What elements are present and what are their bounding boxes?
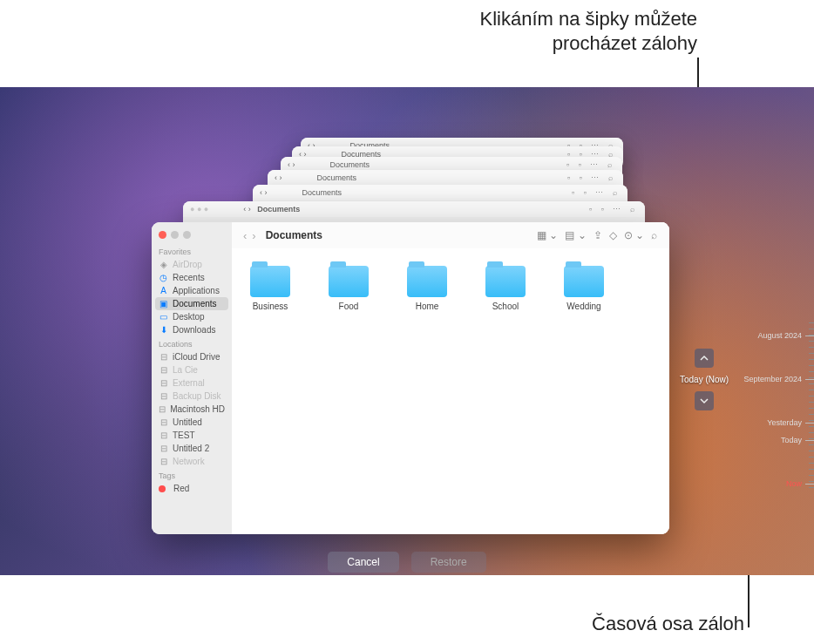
sidebar-item-label: Desktop [173, 312, 205, 322]
tick-mark [805, 440, 814, 441]
timeline-subtick [809, 341, 814, 342]
folder-wedding[interactable]: Wedding [558, 266, 610, 311]
folder-icon [407, 266, 447, 297]
sidebar-item-untitled-2[interactable]: ⊟Untitled 2 [152, 442, 232, 455]
timeline-tick-label: Today [781, 436, 802, 444]
folder-label: Wedding [566, 302, 600, 311]
close-button[interactable] [159, 231, 166, 239]
zoom-button [183, 231, 191, 239]
chevron-down-icon [700, 397, 709, 405]
sidebar-item-desktop[interactable]: ▭Desktop [152, 310, 232, 323]
sidebar-item-icloud-drive[interactable]: ⊟iCloud Drive [152, 350, 232, 363]
drive-icon: ⊟ [159, 430, 168, 440]
tag-dot-icon [159, 485, 166, 492]
time-machine-scene: ‹ ›Documents▫ ▫ ⋯ ⌕ ‹ ›Documents▫ ▫ ⋯ ⌕ … [0, 87, 814, 575]
folder-label: Food [339, 302, 359, 311]
timeline-subtick [809, 396, 814, 397]
search-button[interactable]: ⌕ [648, 229, 661, 241]
timeline-tick[interactable]: Yesterday [767, 418, 814, 427]
group-button[interactable]: ▤ ⌄ [561, 229, 589, 241]
folder-label: Business [253, 302, 288, 311]
timeline-subtick [809, 438, 814, 439]
timeline-subtick [809, 426, 814, 427]
sidebar-item-label: Recents [173, 273, 205, 282]
timeline-subtick [809, 457, 814, 458]
sidebar-item-macintosh-hd[interactable]: ⊟Macintosh HD [152, 403, 232, 416]
timeline-subtick [809, 377, 814, 378]
sidebar-item-test[interactable]: ⊟TEST [152, 429, 232, 442]
sidebar-item-label: Macintosh HD [170, 404, 225, 414]
sidebar-item-label: Red [173, 484, 189, 493]
sidebar-item-label: Applications [173, 286, 220, 295]
timeline-subtick [809, 420, 814, 421]
drive-icon: ⊟ [159, 391, 168, 401]
sidebar-item-network[interactable]: ⊟Network [152, 455, 232, 468]
folder-icon [564, 266, 604, 297]
folder-label: School [492, 302, 519, 311]
sidebar-item-backup-disk[interactable]: ⊟Backup Disk [152, 390, 232, 403]
window-controls[interactable] [152, 227, 232, 244]
nav-up-arrow[interactable] [695, 349, 714, 368]
drive-icon: ⊟ [159, 457, 168, 466]
timeline-nav: Today (Now) [680, 349, 729, 410]
sidebar-item-label: External [173, 378, 205, 388]
cancel-button[interactable]: Cancel [328, 552, 398, 573]
sidebar-item-applications[interactable]: AApplications [152, 284, 232, 297]
drive-icon: ⊟ [159, 378, 168, 388]
sidebar-item-label: Untitled 2 [173, 444, 209, 453]
sidebar-tag-red[interactable]: Red [152, 482, 232, 495]
sidebar-item-label: Documents [173, 299, 217, 308]
sidebar-icon: ⬇ [159, 325, 168, 335]
timeline-tick-label: Now [786, 479, 802, 488]
restore-button[interactable]: Restore [411, 552, 486, 573]
timeline-tick[interactable]: September 2024 [743, 375, 814, 383]
timeline-subtick [809, 432, 814, 433]
folder-home[interactable]: Home [401, 266, 453, 311]
timeline-subtick [809, 383, 814, 384]
sidebar-item-la-cie[interactable]: ⊟La Cie [152, 363, 232, 376]
sidebar-item-label: Downloads [173, 325, 215, 335]
timeline-subtick [809, 463, 814, 464]
timeline-subtick [809, 408, 814, 409]
timeline-subtick [809, 365, 814, 366]
timeline-ruler[interactable]: August 2024September 2024YesterdayTodayN… [753, 322, 814, 575]
callout-top-line2: procházet zálohy [480, 31, 697, 56]
sidebar-item-label: iCloud Drive [173, 352, 220, 362]
folder-business[interactable]: Business [244, 266, 296, 311]
sidebar-item-recents[interactable]: ◷Recents [152, 271, 232, 284]
folder-food[interactable]: Food [322, 266, 375, 311]
sidebar-header-locations: Locations [152, 336, 232, 350]
callout-top: Klikáním na šipky můžete procházet záloh… [480, 7, 697, 55]
timeline-subtick [809, 402, 814, 403]
drive-icon: ⊟ [159, 352, 168, 362]
timeline-tick[interactable]: Today [781, 436, 814, 444]
file-grid[interactable]: BusinessFoodHomeSchoolWedding [232, 248, 669, 534]
nav-down-arrow[interactable] [695, 391, 714, 410]
sidebar-icon: ▣ [159, 299, 168, 308]
forward-button[interactable]: › [249, 229, 258, 242]
folder-icon [329, 266, 369, 297]
folder-icon [250, 266, 290, 297]
finder-sidebar: Favorites ◈AirDrop◷RecentsAApplications▣… [152, 222, 232, 534]
back-button[interactable]: ‹ [241, 229, 249, 242]
timeline-subtick [809, 481, 814, 482]
sidebar-item-external[interactable]: ⊟External [152, 376, 232, 390]
view-icons-button[interactable]: ▦ ⌄ [533, 229, 561, 241]
folder-school[interactable]: School [479, 266, 532, 311]
timeline-tick-label: Yesterday [767, 418, 802, 427]
sidebar-header-favorites: Favorites [152, 244, 232, 258]
drive-icon: ⊟ [159, 417, 168, 427]
sidebar-item-documents[interactable]: ▣Documents [155, 297, 228, 310]
sidebar-icon: A [159, 286, 168, 295]
actions-button[interactable]: ⊙ ⌄ [621, 229, 648, 241]
tags-button[interactable]: ◇ [606, 229, 621, 241]
share-button[interactable]: ⇪ [590, 229, 606, 241]
callout-top-line1: Klikáním na šipky můžete [480, 7, 697, 31]
timeline-tick-label: August 2024 [757, 331, 802, 340]
sidebar-item-airdrop[interactable]: ◈AirDrop [152, 258, 232, 271]
tick-mark [805, 379, 814, 380]
sidebar-item-untitled[interactable]: ⊟Untitled [152, 416, 232, 429]
timeline-subtick [809, 469, 814, 470]
timeline-tick[interactable]: August 2024 [757, 331, 814, 340]
sidebar-item-downloads[interactable]: ⬇Downloads [152, 323, 232, 336]
